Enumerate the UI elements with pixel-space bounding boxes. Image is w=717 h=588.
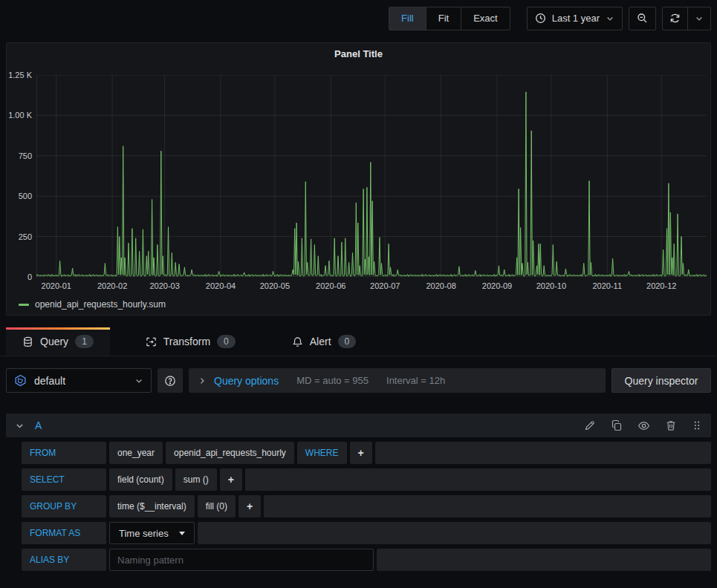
top-toolbar: Fill Fit Exact Last 1 year [0,0,717,36]
select-field[interactable]: field (count) [109,468,172,491]
alias-by-label: ALIAS BY [22,549,106,571]
tab-alert-count: 0 [338,335,357,348]
format-as-label: FORMAT AS [22,522,106,544]
group-by-fill[interactable]: fill (0) [198,495,236,517]
group-by-time[interactable]: time ($__interval) [109,495,195,517]
select-row-filler [245,468,711,491]
x-tick-label: 2020-01 [42,281,71,290]
from-retention-policy[interactable]: one_year [109,442,163,464]
tab-query-count: 1 [75,335,94,348]
clock-icon [535,13,546,24]
display-mode-group: Fill Fit Exact [389,7,510,30]
select-row: SELECT field (count) sum () + [22,468,711,491]
y-tick-label: 750 [19,151,32,160]
query-options-toggle[interactable]: Query options MD = auto = 955 Interval =… [189,368,606,393]
panel-title: Panel Title [7,48,710,59]
group-by-row-filler [264,495,711,517]
edit-query-button[interactable] [584,419,596,431]
alias-by-row-filler [377,549,711,571]
fit-mode-button[interactable]: Fit [426,7,461,30]
transform-icon [146,336,157,347]
chevron-right-icon [198,376,207,385]
bell-icon [292,336,303,347]
editor-tabbar: Query 1 Transform 0 Alert 0 [0,328,717,356]
zoom-out-icon [637,13,648,24]
exact-mode-button[interactable]: Exact [461,7,510,30]
y-axis: 02505007501.00 K1.25 K [7,75,32,277]
toggle-visibility-button[interactable] [637,419,650,432]
add-select-part-button[interactable]: + [220,468,242,491]
from-label: FROM [22,442,106,464]
x-tick-label: 2020-08 [426,281,455,290]
x-tick-label: 2020-07 [370,281,400,290]
max-data-points-summary: MD = auto = 955 [296,375,369,386]
caret-down-icon [179,532,185,535]
refresh-interval-dropdown[interactable] [688,7,710,30]
tab-query[interactable]: Query 1 [6,327,110,356]
panel: Panel Title 02505007501.00 K1.25 K 2020-… [6,42,711,316]
chevron-down-icon [134,376,143,385]
x-axis: 2020-012020-022020-032020-042020-052020-… [36,281,707,292]
tab-alert[interactable]: Alert 0 [276,327,372,356]
x-tick-label: 2020-04 [206,281,236,290]
time-range-picker[interactable]: Last 1 year [527,7,623,30]
chevron-down-icon [606,14,614,23]
x-tick-label: 2020-03 [149,281,179,290]
y-tick-label: 1.00 K [8,111,32,120]
refresh-button[interactable] [663,7,688,30]
from-row: FROM one_year openid_api_requests_hourly… [22,442,711,464]
x-tick-label: 2020-10 [536,281,566,290]
x-tick-label: 2020-06 [316,281,345,290]
collapse-chevron-icon[interactable] [15,421,25,431]
x-tick-label: 2020-09 [482,281,512,290]
duplicate-query-button[interactable] [611,419,623,431]
x-tick-label: 2020-02 [97,281,127,290]
question-circle-icon [164,375,176,387]
y-tick-label: 250 [19,232,32,241]
from-row-filler [375,442,711,464]
time-range-label: Last 1 year [552,13,600,24]
where-keyword[interactable]: WHERE [297,442,347,464]
from-measurement[interactable]: openid_api_requests_hourly [166,442,294,464]
x-tick-label: 2020-12 [646,281,676,290]
add-group-by-button[interactable]: + [239,495,261,517]
add-where-condition-button[interactable]: + [350,442,372,464]
legend-series-color [19,304,29,306]
fill-mode-button[interactable]: Fill [389,7,426,30]
zoom-out-button[interactable] [629,7,656,30]
query-ref-letter: A [35,419,42,431]
query-inspector-button[interactable]: Query inspector [611,368,711,393]
alias-by-input[interactable] [109,549,374,571]
interval-summary: Interval = 12h [386,375,445,386]
chevron-down-icon [695,14,704,23]
tab-transform-label: Transform [163,336,210,347]
group-by-label: GROUP BY [22,495,106,517]
select-aggregation[interactable]: sum () [175,468,217,491]
format-as-select[interactable]: Time series [109,522,195,544]
tab-query-label: Query [40,336,68,347]
datasource-row: default Query options MD = auto = 955 In… [0,356,717,393]
select-label: SELECT [22,468,106,491]
x-tick-label: 2020-11 [592,281,622,290]
y-tick-label: 500 [19,192,32,200]
query-a-header: A [6,414,711,437]
tab-transform[interactable]: Transform 0 [129,327,252,356]
datasource-picker[interactable]: default [6,368,152,393]
datasource-icon [14,374,27,387]
group-by-row: GROUP BY time ($__interval) fill (0) + [22,495,711,517]
query-rows: FROM one_year openid_api_requests_hourly… [6,442,711,571]
format-as-row: FORMAT AS Time series [22,522,711,544]
y-tick-label: 1.25 K [8,71,32,79]
x-tick-label: 2020-05 [260,281,290,290]
datasource-help-button[interactable] [158,368,183,393]
delete-query-button[interactable] [665,419,677,431]
datasource-name: default [34,375,127,387]
database-icon [22,336,33,347]
time-series-chart[interactable] [36,75,707,277]
legend-item[interactable]: openid_api_requests_hourly.sum [19,299,166,310]
format-as-value: Time series [119,528,169,539]
query-options-label: Query options [214,375,279,387]
tab-transform-count: 0 [217,335,236,348]
tab-alert-label: Alert [310,336,331,347]
drag-handle[interactable] [692,420,702,431]
